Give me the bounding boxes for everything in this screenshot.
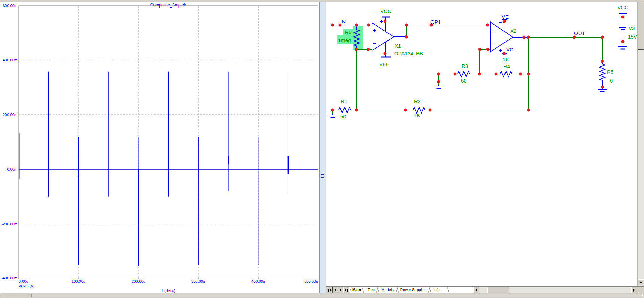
value-label-r2: 1K [414, 112, 420, 118]
y-tick: 0.00m [7, 167, 17, 172]
ref-label-r2: R2 [414, 98, 421, 104]
schematic-labels[interactable]: IN OP1 OUT VE VC VCC VEE X1 OPA134_BB X2… [338, 4, 637, 119]
ground-symbol-r3 [434, 85, 443, 88]
x-axis-title: T (Secs) [161, 288, 175, 293]
value-label-r4: 1K [503, 57, 509, 62]
splitter-handle-icon[interactable] [321, 172, 324, 182]
tab-info[interactable]: Info [430, 288, 443, 292]
model-label-x1: OPA134_BB [394, 50, 423, 56]
y-tick: -400.00m [2, 276, 17, 280]
schematic-vertical-scrollbar[interactable] [637, 2, 644, 286]
y-tick: 600.00m [3, 4, 17, 8]
left-arrow-icon [335, 289, 336, 292]
y-tick: 200.00m [3, 113, 17, 117]
status-bar-left-box [1, 294, 30, 297]
wires[interactable] [332, 25, 602, 114]
node-label-vc: VC [506, 47, 513, 53]
down-arrow-icon [640, 282, 642, 283]
x-axis-labels: 0.00u 100.00u 200.00u 300.00u 400.00u 50… [19, 279, 318, 283]
x-axis-ticks [19, 278, 318, 279]
sheet-tabs: Main Text Models Power Supplies Info [349, 287, 472, 293]
ref-label-r3: R3 [462, 63, 468, 69]
horizontal-scrollbar-thumb[interactable] [487, 287, 509, 293]
value-label-r6: 1meg [338, 37, 351, 43]
left-arrow-icon [330, 289, 331, 292]
value-label-v3: 15V [628, 34, 637, 40]
ref-label-r4: R4 [503, 63, 510, 69]
status-bar-field [31, 294, 643, 297]
scroll-down-button[interactable] [638, 279, 644, 285]
ref-label-v3: V3 [629, 25, 635, 31]
ref-label-r5: R5 [607, 69, 613, 75]
trace-legend[interactable]: V(R6) (V) [19, 284, 34, 288]
node-label-op1: OP1 [430, 19, 441, 25]
rail-label-vcc-x1: VCC [380, 8, 391, 14]
bar-icon [347, 289, 348, 292]
right-arrow-icon [633, 289, 635, 292]
sheet-tab-bar: Main Text Models Power Supplies Info [326, 286, 644, 293]
ground-symbol-v3 [618, 47, 627, 49]
opamp-x1-symbol [372, 23, 394, 50]
rail-label-vee-x1: VEE [379, 61, 390, 67]
ground-symbol-r5 [598, 89, 607, 92]
x-tick: 0.00u [19, 279, 28, 283]
resistor-r5-symbol [600, 61, 605, 89]
vertical-scrollbar-thumb[interactable] [638, 2, 644, 50]
left-arrow-icon [475, 289, 477, 292]
scroll-right-button[interactable] [631, 287, 637, 293]
ref-label-r6: R6 [345, 29, 351, 35]
schematic-window: IN OP1 OUT VE VC VCC VEE X1 OPA134_BB X2… [326, 2, 644, 293]
x-tick: 100.00u [72, 279, 85, 283]
tab-models[interactable]: Models [378, 288, 397, 292]
last-sheet-button[interactable] [343, 287, 349, 293]
right-arrow-icon [340, 289, 342, 292]
waveform-trace [19, 72, 318, 266]
ref-label-r1: R1 [341, 98, 347, 104]
status-bar [0, 293, 644, 298]
right-arrow-icon [345, 289, 347, 292]
value-label-r1: 50 [340, 114, 346, 119]
node-label-ve: VE [502, 14, 509, 20]
rail-label-vcc-v3: VCC [617, 4, 628, 10]
first-sheet-button[interactable] [327, 287, 333, 293]
plot-canvas: Composite_Amp.cir [0, 2, 319, 293]
value-label-r3: 50 [461, 78, 467, 84]
tab-nav-buttons [327, 287, 349, 293]
schematic-canvas[interactable]: IN OP1 OUT VE VC VCC VEE X1 OPA134_BB X2… [326, 2, 637, 286]
next-sheet-button[interactable] [338, 287, 343, 293]
scroll-left-button[interactable] [473, 287, 479, 293]
resistor-underlays [339, 74, 512, 110]
plot-title: Composite_Amp.cir [150, 3, 186, 8]
polarity-signs [373, 20, 502, 53]
window-splitter[interactable] [320, 2, 326, 293]
node-label-in: IN [340, 18, 346, 24]
y-axis-labels: 600.00m 400.00m 200.00m 0.00m -200.00m -… [2, 4, 17, 280]
x-tick: 200.00u [132, 279, 145, 283]
components[interactable] [328, 13, 627, 117]
y-tick: -200.00m [2, 222, 17, 226]
y-tick: 400.00m [3, 58, 17, 62]
tab-power-supplies[interactable]: Power Supplies [397, 288, 430, 292]
app-stage: Composite_Amp.cir [0, 0, 644, 298]
x-tick: 500.00u [304, 279, 318, 283]
tab-text[interactable]: Text [364, 288, 378, 292]
ref-label-x1: X1 [395, 43, 401, 49]
x-tick: 400.00u [251, 279, 265, 283]
ground-symbol-r1 [328, 114, 337, 117]
analysis-plot-window: Composite_Amp.cir [0, 2, 320, 293]
x-tick: 300.00u [191, 279, 205, 283]
bar-icon [328, 289, 329, 292]
value-label-r5: 6 [610, 78, 613, 84]
tab-slant [447, 287, 449, 292]
prev-sheet-button[interactable] [333, 287, 338, 293]
node-label-out: OUT [574, 30, 585, 36]
ref-label-x2: X2 [510, 28, 516, 34]
